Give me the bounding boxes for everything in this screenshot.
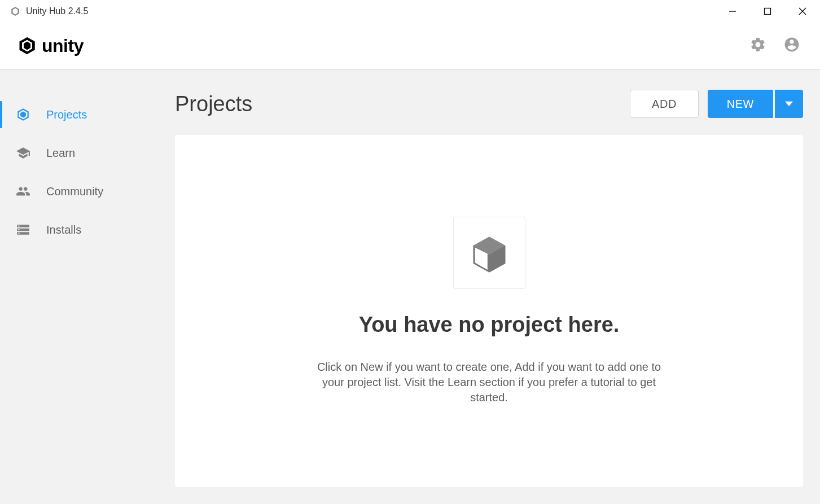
sidebar-item-learn[interactable]: Learn: [0, 134, 164, 172]
minimize-button[interactable]: [715, 0, 750, 23]
title-left: Unity Hub 2.4.5: [10, 6, 88, 16]
logo-text: unity: [42, 36, 84, 56]
new-button-group: NEW: [708, 90, 803, 118]
sidebar-label: Community: [46, 185, 103, 198]
page-title: Projects: [175, 92, 252, 116]
close-button[interactable]: [785, 0, 820, 23]
empty-state-description: Click on New if you want to create one, …: [307, 360, 671, 405]
content-header: Projects ADD NEW: [175, 90, 803, 118]
cube-icon: [16, 107, 30, 122]
gear-icon: [749, 36, 766, 53]
new-button[interactable]: NEW: [708, 90, 773, 118]
account-icon: [783, 36, 800, 53]
add-button[interactable]: ADD: [630, 90, 699, 118]
app-header: unity: [0, 23, 820, 70]
action-buttons: ADD NEW: [630, 90, 803, 118]
account-button[interactable]: [783, 36, 800, 55]
main-layout: Projects Learn Community Installs P: [0, 70, 820, 504]
sidebar: Projects Learn Community Installs: [0, 70, 164, 504]
window-controls: [715, 0, 820, 23]
storage-icon: [16, 222, 30, 237]
sidebar-label: Projects: [46, 108, 87, 121]
unity-logo-icon: [17, 36, 37, 56]
sidebar-label: Learn: [46, 147, 75, 160]
maximize-button[interactable]: [750, 0, 785, 23]
settings-button[interactable]: [749, 36, 766, 55]
sidebar-item-community[interactable]: Community: [0, 172, 164, 211]
content-area: Projects ADD NEW You have no: [164, 70, 820, 504]
unity-logo: unity: [17, 36, 84, 56]
sidebar-item-projects[interactable]: Projects: [0, 95, 164, 134]
graduation-cap-icon: [16, 146, 30, 160]
projects-panel: You have no project here. Click on New i…: [175, 135, 803, 487]
box-icon: [468, 231, 511, 274]
svg-rect-1: [765, 8, 771, 15]
chevron-down-icon: [785, 100, 793, 108]
unity-app-icon: [10, 6, 20, 16]
window-title: Unity Hub 2.4.5: [26, 6, 88, 16]
empty-state-title: You have no project here.: [359, 313, 620, 337]
empty-state-icon-box: [453, 217, 525, 289]
sidebar-label: Installs: [46, 223, 81, 236]
people-icon: [16, 184, 30, 199]
sidebar-item-installs[interactable]: Installs: [0, 211, 164, 249]
new-dropdown-button[interactable]: [775, 90, 803, 118]
title-bar: Unity Hub 2.4.5: [0, 0, 820, 23]
header-right: [749, 36, 800, 55]
